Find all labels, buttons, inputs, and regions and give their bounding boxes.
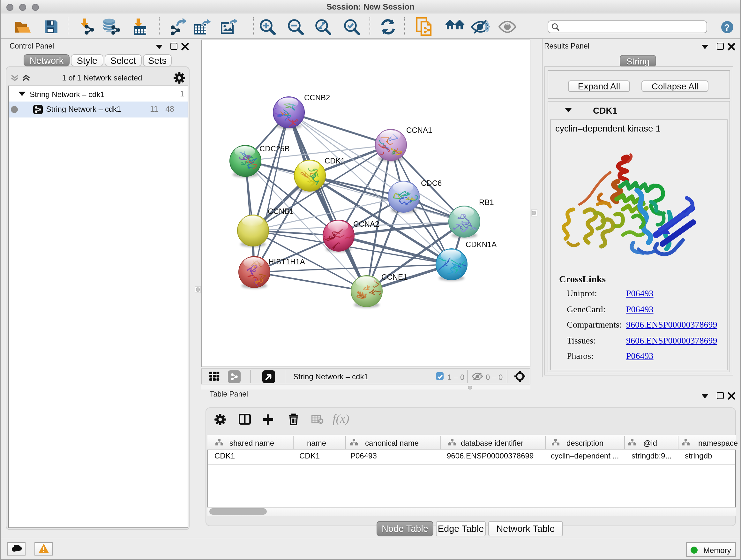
svg-text:CDC25B: CDC25B [259,144,289,153]
svg-text:CCNE1: CCNE1 [381,273,407,281]
svg-text:RB1: RB1 [479,198,494,206]
svg-text:CCNA2: CCNA2 [353,220,379,228]
svg-text:CCNB2: CCNB2 [304,93,330,102]
svg-text:CCNB1: CCNB1 [267,207,293,215]
svg-text:CCNA1: CCNA1 [406,126,432,134]
svg-text:CDKN1A: CDKN1A [465,240,496,249]
svg-text:HIST1H1A: HIST1H1A [268,257,305,266]
svg-text:CDC6: CDC6 [421,179,441,187]
svg-text:CDK1: CDK1 [324,157,345,165]
